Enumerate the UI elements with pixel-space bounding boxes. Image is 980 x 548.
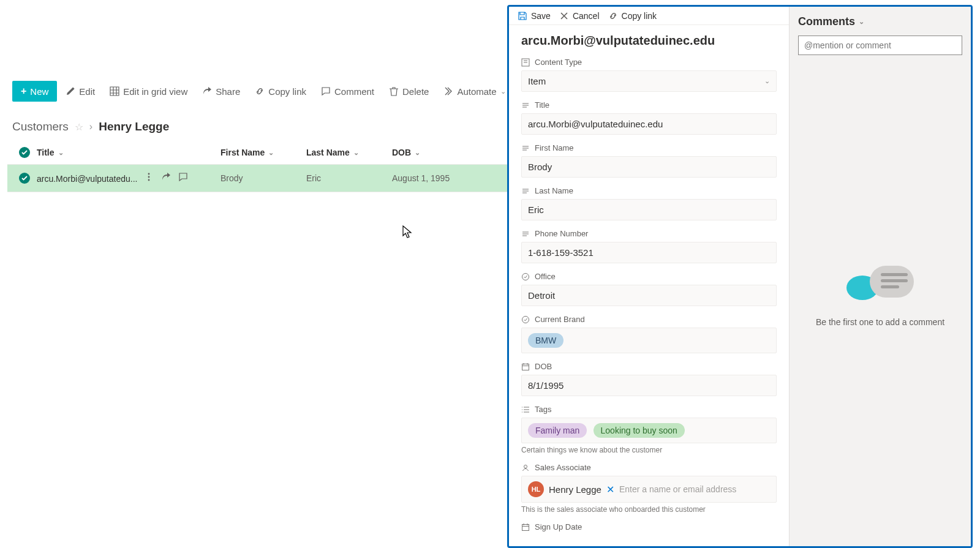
check-circle-icon: [19, 147, 30, 158]
share-button[interactable]: Share: [196, 83, 246, 100]
tag-pill: Family man: [528, 423, 587, 438]
edit-panel: Save Cancel Copy link arcu.Morbi@vulputa…: [507, 5, 973, 548]
save-button[interactable]: Save: [518, 11, 551, 21]
flow-icon: [443, 86, 453, 96]
content-type-select[interactable]: Item ⌄: [521, 70, 777, 92]
comments-header[interactable]: Comments ⌄: [798, 15, 962, 28]
cancel-button[interactable]: Cancel: [559, 11, 600, 21]
brand-input[interactable]: BMW: [521, 328, 777, 353]
tags-desc: Certain things we know about the custome…: [521, 446, 777, 454]
panel-copy-link-button[interactable]: Copy link: [608, 11, 657, 21]
field-content-type: Content Type Item ⌄: [521, 58, 777, 92]
field-first-name: First Name: [521, 143, 777, 178]
comment-input[interactable]: [798, 36, 962, 55]
tags-input[interactable]: Family man Looking to buy soon: [521, 418, 777, 443]
list-icon: [521, 405, 530, 414]
share-icon: [202, 86, 212, 96]
pencil-icon: [66, 86, 75, 96]
associate-desc: This is the sales associate who onboarde…: [521, 505, 777, 514]
comment-icon: [321, 86, 331, 96]
associate-placeholder: Enter a name or email address: [619, 484, 736, 494]
chevron-down-icon: ⌄: [859, 18, 864, 26]
star-icon[interactable]: ☆: [75, 121, 83, 133]
svg-point-5: [522, 316, 529, 323]
panel-scroll[interactable]: arcu.Morbi@vulputateduinec.edu Content T…: [509, 25, 789, 546]
chevron-down-icon: ⌄: [58, 149, 64, 157]
svg-rect-6: [522, 364, 529, 370]
remove-person-button[interactable]: ✕: [606, 484, 614, 495]
svg-point-2: [148, 179, 149, 181]
svg-rect-8: [522, 524, 529, 530]
field-phone: Phone Number: [521, 229, 777, 263]
check-circle-icon: [19, 173, 30, 184]
choice-icon: [521, 272, 530, 281]
panel-form: Save Cancel Copy link arcu.Morbi@vulputa…: [509, 7, 790, 546]
row-select[interactable]: [12, 173, 37, 184]
close-icon: [559, 11, 569, 21]
field-tags: Tags Family man Looking to buy soon Cert…: [521, 405, 777, 454]
avatar: HL: [528, 481, 544, 497]
comments-empty-text: Be the first one to add a comment: [816, 317, 944, 327]
new-button[interactable]: + New: [12, 81, 57, 102]
comments-empty-state: Be the first one to add a comment: [798, 55, 962, 538]
comment-button[interactable]: Comment: [315, 83, 380, 100]
field-office: Office: [521, 272, 777, 306]
phone-input[interactable]: [521, 242, 777, 263]
breadcrumb-list[interactable]: Customers: [12, 120, 69, 133]
field-last-name: Last Name: [521, 186, 777, 220]
comment-icon[interactable]: [178, 172, 188, 182]
choice-icon: [521, 315, 530, 324]
chevron-down-icon: ⌄: [764, 77, 770, 85]
link-icon: [608, 11, 618, 21]
row-title[interactable]: arcu.Morbi@vulputatedu...: [37, 174, 137, 184]
brand-pill: BMW: [528, 333, 564, 348]
row-dob: August 1, 1995: [392, 173, 478, 183]
calendar-icon: [521, 362, 530, 371]
link-icon: [255, 86, 265, 96]
calendar-icon: [521, 523, 530, 531]
ellipsis-vertical-icon[interactable]: [144, 172, 154, 182]
first-name-input[interactable]: [521, 156, 777, 178]
row-title-cell: arcu.Morbi@vulputatedu...: [37, 172, 221, 184]
svg-point-1: [148, 176, 149, 178]
field-dob: DOB: [521, 362, 777, 396]
text-icon: [521, 187, 530, 195]
copy-link-button[interactable]: Copy link: [249, 83, 312, 100]
office-input[interactable]: [521, 285, 777, 306]
chevron-down-icon: ⌄: [415, 149, 420, 157]
item-title: arcu.Morbi@vulputateduinec.edu: [521, 34, 777, 48]
last-name-input[interactable]: [521, 199, 777, 220]
edit-grid-button[interactable]: Edit in grid view: [104, 83, 194, 100]
plus-icon: +: [21, 86, 26, 97]
svg-point-0: [148, 173, 149, 175]
associate-input[interactable]: HL Henry Legge ✕ Enter a name or email a…: [521, 476, 777, 503]
delete-button[interactable]: Delete: [383, 83, 435, 100]
svg-point-7: [524, 465, 527, 468]
associate-name: Henry Legge: [549, 484, 601, 495]
comments-pane: Comments ⌄ Be the first one to add a com…: [790, 7, 971, 546]
svg-point-4: [522, 273, 529, 280]
select-all[interactable]: [12, 147, 37, 158]
edit-button[interactable]: Edit: [59, 83, 101, 100]
row-actions: [144, 172, 188, 182]
field-title: Title: [521, 100, 777, 135]
col-last-name[interactable]: Last Name⌄: [306, 148, 392, 157]
row-first-name: Brody: [221, 173, 306, 183]
speech-bubbles-icon: [846, 266, 914, 309]
col-title[interactable]: Title⌄: [37, 148, 221, 157]
content-type-icon: [521, 58, 530, 67]
field-brand: Current Brand BMW: [521, 315, 777, 353]
field-associate: Sales Associate HL Henry Legge ✕ Enter a…: [521, 463, 777, 514]
col-dob[interactable]: DOB⌄: [392, 148, 478, 157]
chevron-down-icon: ⌄: [268, 149, 274, 157]
automate-button[interactable]: Automate ⌄: [437, 83, 511, 100]
dob-input[interactable]: [521, 375, 777, 396]
text-icon: [521, 101, 530, 110]
chevron-down-icon: ⌄: [500, 88, 506, 96]
share-icon[interactable]: [161, 172, 171, 182]
title-input[interactable]: [521, 113, 777, 135]
col-first-name[interactable]: First Name⌄: [221, 148, 306, 157]
text-icon: [521, 230, 530, 238]
save-icon: [518, 11, 527, 21]
grid-icon: [110, 86, 119, 96]
